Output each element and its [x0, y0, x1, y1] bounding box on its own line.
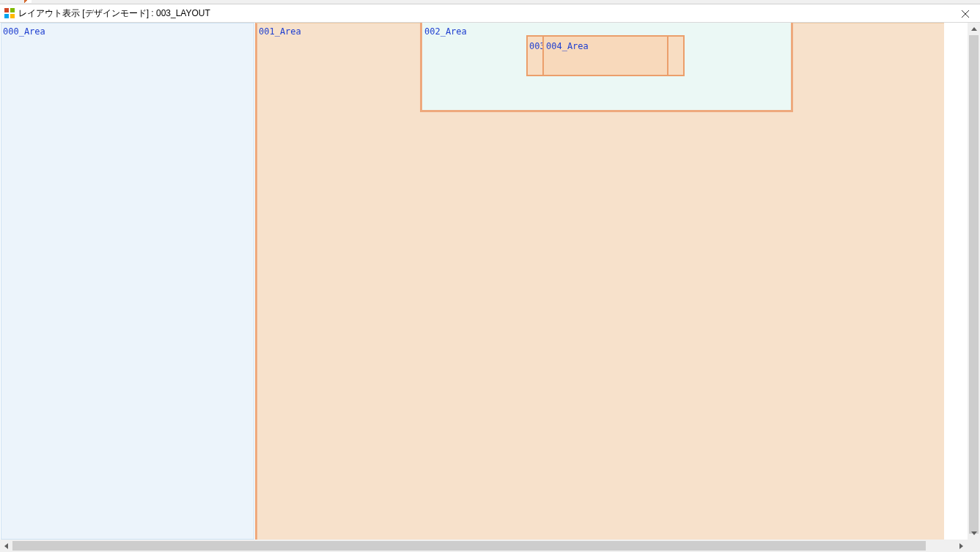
area-002-label: 002_Area	[424, 26, 467, 37]
area-000[interactable]	[1, 23, 254, 540]
horizontal-scrollbar[interactable]	[0, 540, 968, 552]
titlebar[interactable]: レイアウト表示 [デザインモード] : 003_LAYOUT	[0, 4, 980, 23]
scroll-right-button[interactable]	[955, 540, 968, 552]
app-icon	[4, 8, 15, 18]
window-title: レイアウト表示 [デザインモード] : 003_LAYOUT	[18, 7, 210, 20]
size-grip[interactable]	[968, 540, 980, 552]
vertical-scroll-track[interactable]	[968, 35, 980, 527]
parent-tab-icon	[24, 0, 32, 3]
svg-rect-0	[4, 8, 9, 12]
design-canvas[interactable]: 000_Area 001_Area 002_Area 003 004_Area	[0, 23, 968, 540]
horizontal-scroll-thumb[interactable]	[12, 541, 926, 551]
scroll-left-button[interactable]	[0, 540, 12, 552]
chevron-left-icon	[4, 543, 8, 549]
scroll-up-button[interactable]	[968, 23, 980, 35]
scroll-down-button[interactable]	[968, 527, 980, 540]
chevron-up-icon	[971, 27, 977, 31]
area-000-label: 000_Area	[3, 26, 45, 37]
svg-rect-3	[10, 14, 15, 18]
area-001-label: 001_Area	[259, 26, 301, 37]
close-icon	[962, 10, 969, 18]
area-003-cell-right[interactable]	[667, 37, 683, 75]
client-area: 000_Area 001_Area 002_Area 003 004_Area	[0, 23, 980, 552]
chevron-right-icon	[959, 543, 963, 549]
close-button[interactable]	[955, 7, 976, 21]
chevron-down-icon	[971, 531, 977, 535]
svg-rect-1	[10, 8, 15, 12]
area-003-label: 003	[529, 41, 542, 51]
svg-rect-2	[4, 14, 9, 18]
vertical-scrollbar[interactable]	[968, 23, 980, 540]
horizontal-scroll-track[interactable]	[12, 540, 955, 552]
area-004-label: 004_Area	[546, 41, 589, 51]
vertical-scroll-thumb[interactable]	[969, 35, 979, 534]
